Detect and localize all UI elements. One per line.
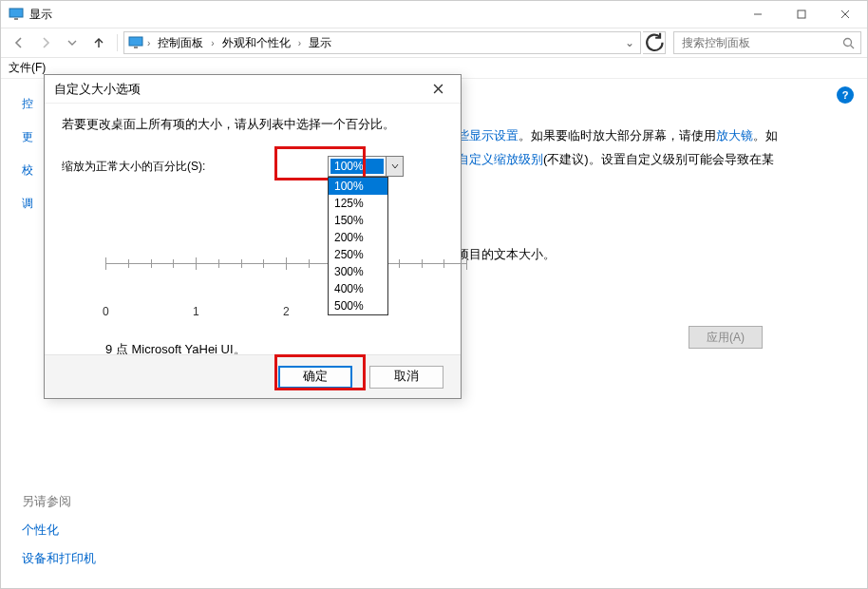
sidebar-item[interactable]: 控 [22,96,33,112]
recent-dropdown[interactable] [60,30,85,55]
navbar: › 控制面板 › 外观和个性化 › 显示 ⌄ [1,28,867,58]
svg-rect-0 [9,9,23,17]
ruler[interactable]: 0 1 2 3 [105,256,466,324]
display-icon [9,7,24,22]
option-500[interactable]: 500% [329,297,387,314]
scale-combobox[interactable]: 100% [328,156,404,177]
menu-file[interactable]: 文件(F) [9,60,46,76]
dialog-description: 若要更改桌面上所有项的大小，请从列表中选择一个百分比。 [62,117,443,133]
option-300[interactable]: 300% [329,263,387,280]
cancel-button[interactable]: 取消 [369,366,443,389]
option-100[interactable]: 100% [329,178,387,195]
breadcrumb-seg[interactable]: 控制面板 [154,35,207,51]
help-button[interactable]: ? [837,86,854,104]
window-title: 显示 [29,7,52,23]
chevron-down-icon[interactable]: ⌄ [625,36,634,49]
window: 显示 › 控制面板 › 外观和个性化 › 显示 ⌄ 文件(F) [0,0,868,589]
breadcrumb-seg[interactable]: 显示 [305,35,335,51]
scale-dropdown: 100% 125% 150% 200% 250% 300% 400% 500% [328,177,388,315]
combo-value: 100% [330,159,384,174]
main-text: 些显示设置。如果要临时放大部分屏幕，请使用放大镜。如 自定义缩放级别(不建议)。… [457,124,844,267]
search-field[interactable] [680,35,842,50]
svg-line-9 [851,45,855,48]
minimize-button[interactable] [736,1,780,28]
ruler-label: 0 [103,305,109,318]
link-devices-printers[interactable]: 设备和打印机 [22,550,96,567]
svg-rect-1 [14,18,18,20]
dialog-title: 自定义大小选项 [54,81,425,98]
separator [117,34,118,51]
dialog-buttons: 确定 取消 [45,354,461,398]
svg-rect-3 [798,10,805,18]
search-icon [842,37,855,49]
link-display-settings[interactable]: 些显示设置 [457,128,519,142]
link-custom-scale[interactable]: 自定义缩放级别 [457,152,543,166]
svg-rect-7 [134,47,138,48]
ruler-label: 2 [283,305,290,318]
scale-label: 缩放为正常大小的百分比(S): [62,159,205,175]
display-icon [128,35,143,50]
sidebar-item[interactable]: 校 [22,162,33,179]
maximize-button[interactable] [780,1,823,28]
ruler-label: 1 [193,305,199,318]
link-personalization[interactable]: 个性化 [22,522,96,539]
forward-button[interactable] [33,30,58,55]
option-400[interactable]: 400% [329,280,387,297]
back-button[interactable] [7,30,31,55]
ok-button[interactable]: 确定 [278,366,352,389]
option-150[interactable]: 150% [329,212,387,229]
up-button[interactable] [86,30,111,55]
apply-button[interactable]: 应用(A) [689,326,763,349]
custom-size-dialog: 自定义大小选项 若要更改桌面上所有项的大小，请从列表中选择一个百分比。 缩放为正… [44,74,462,399]
titlebar: 显示 [1,1,867,28]
chevron-right-icon: › [211,38,214,48]
see-also-heading: 另请参阅 [22,493,96,510]
see-also: 另请参阅 个性化 设备和打印机 [22,493,96,567]
chevron-right-icon: › [298,38,301,48]
dialog-titlebar: 自定义大小选项 [45,75,461,104]
search-input[interactable] [673,31,861,54]
chevron-right-icon: › [147,38,150,48]
option-200[interactable]: 200% [329,229,387,246]
svg-rect-6 [129,37,142,46]
dialog-close-button[interactable] [425,79,451,100]
link-magnifier[interactable]: 放大镜 [716,128,753,142]
breadcrumb[interactable]: › 控制面板 › 外观和个性化 › 显示 ⌄ [123,31,641,54]
close-button[interactable] [823,1,867,28]
sidebar-links: 控 更 校 调 [22,96,33,212]
option-125[interactable]: 125% [329,195,387,212]
svg-point-8 [844,38,852,46]
sidebar-item[interactable]: 更 [22,129,33,145]
sidebar-item[interactable]: 调 [22,196,33,212]
option-250[interactable]: 250% [329,246,387,263]
breadcrumb-seg[interactable]: 外观和个性化 [218,35,294,51]
chevron-down-icon [386,157,403,176]
refresh-button[interactable] [643,31,666,54]
